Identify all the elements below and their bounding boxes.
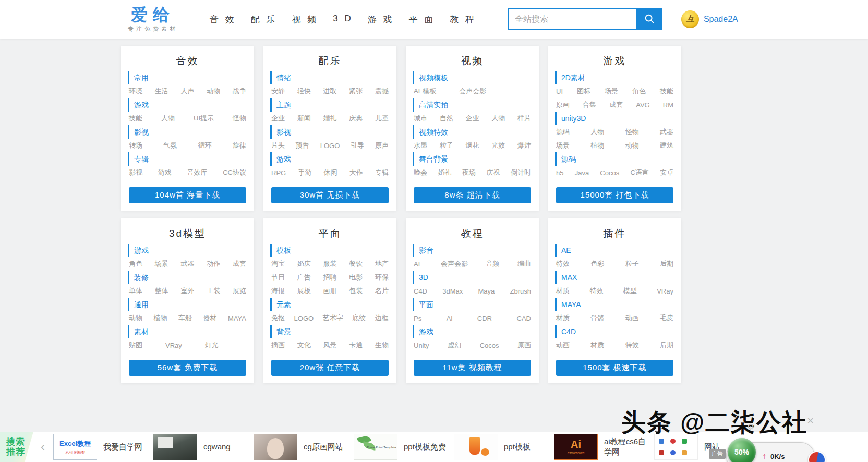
- category-link[interactable]: 引导: [351, 141, 364, 150]
- ad-item[interactable]: ppt模板: [454, 434, 554, 460]
- chevron-left-icon[interactable]: ‹: [41, 440, 45, 454]
- category-link[interactable]: AE: [414, 260, 423, 268]
- category-link[interactable]: 灯光: [205, 341, 219, 350]
- category-link[interactable]: 震撼: [375, 87, 389, 96]
- category-link[interactable]: 整体: [155, 286, 168, 296]
- category-link[interactable]: UI: [556, 88, 563, 95]
- category-link[interactable]: 毛皮: [660, 313, 673, 323]
- category-link[interactable]: 材质: [590, 341, 604, 350]
- category-link[interactable]: 艺术字: [323, 313, 343, 323]
- category-link[interactable]: 音频: [486, 259, 499, 269]
- category-link[interactable]: 环境: [129, 87, 142, 96]
- category-link[interactable]: 循环: [198, 141, 212, 150]
- card-title[interactable]: 教程: [414, 226, 531, 244]
- category-link[interactable]: 安静: [271, 87, 285, 96]
- category-link[interactable]: 电影: [349, 273, 363, 282]
- section-label[interactable]: 视频模板: [413, 71, 531, 84]
- category-link[interactable]: 音效库: [187, 168, 207, 177]
- category-link[interactable]: 人物: [590, 127, 604, 137]
- section-label[interactable]: 影视: [270, 125, 389, 139]
- card-title[interactable]: 视频: [414, 53, 531, 71]
- category-link[interactable]: 武器: [181, 259, 195, 269]
- nav-item-3[interactable]: 视 频: [284, 8, 326, 31]
- category-link[interactable]: 预告: [296, 141, 309, 150]
- download-button[interactable]: 8w条 超清下载: [414, 187, 531, 203]
- category-link[interactable]: 3dMax: [442, 287, 463, 295]
- nav-item-7[interactable]: 教 程: [442, 8, 484, 31]
- section-label[interactable]: MAX: [555, 271, 673, 284]
- section-label[interactable]: 通用: [128, 298, 246, 311]
- section-label[interactable]: C4D: [555, 325, 673, 338]
- category-link[interactable]: 技能: [660, 87, 673, 96]
- section-label[interactable]: 专辑: [128, 152, 246, 166]
- category-link[interactable]: 怪物: [233, 114, 246, 123]
- category-link[interactable]: 人声: [181, 87, 195, 96]
- category-link[interactable]: 婚庆: [297, 259, 311, 269]
- category-link[interactable]: 倒计时: [511, 168, 531, 177]
- category-link[interactable]: 合集: [583, 100, 596, 110]
- category-link[interactable]: 原声: [375, 141, 389, 150]
- category-link[interactable]: 婚礼: [323, 114, 337, 123]
- section-label[interactable]: 游戏: [128, 244, 246, 257]
- category-link[interactable]: 休闲: [324, 168, 337, 177]
- section-label[interactable]: 视频特效: [413, 125, 531, 139]
- category-link[interactable]: 原画: [517, 341, 531, 350]
- search-input[interactable]: [508, 8, 636, 30]
- section-label[interactable]: 元素: [270, 298, 389, 311]
- category-link[interactable]: 武器: [660, 127, 673, 137]
- ad-item[interactable]: cgwang: [153, 434, 254, 460]
- category-link[interactable]: 环保: [375, 273, 389, 282]
- download-button[interactable]: 104w首 海量下载: [129, 187, 246, 203]
- category-link[interactable]: 免抠: [271, 313, 285, 323]
- category-link[interactable]: MAYA: [228, 314, 246, 322]
- category-link[interactable]: 边框: [375, 313, 389, 323]
- section-label[interactable]: 游戏: [413, 325, 531, 338]
- section-label[interactable]: 模板: [270, 244, 389, 257]
- category-link[interactable]: 企业: [271, 114, 285, 123]
- category-link[interactable]: 粒子: [440, 141, 453, 150]
- category-link[interactable]: Zbrush: [510, 287, 531, 295]
- category-link[interactable]: 影视: [129, 168, 142, 177]
- category-link[interactable]: 工装: [207, 286, 220, 296]
- category-link[interactable]: 儿童: [375, 114, 389, 123]
- category-link[interactable]: 植物: [154, 313, 167, 323]
- category-link[interactable]: UI提示: [194, 114, 214, 123]
- category-link[interactable]: 展览: [233, 286, 246, 296]
- download-button[interactable]: 56w套 免费下载: [129, 360, 246, 376]
- category-link[interactable]: 底纹: [352, 313, 366, 323]
- category-link[interactable]: LOGO: [320, 142, 340, 150]
- category-link[interactable]: 特效: [625, 341, 639, 350]
- category-link[interactable]: 生活: [155, 87, 168, 96]
- category-link[interactable]: Java: [575, 169, 589, 177]
- category-link[interactable]: 招聘: [323, 273, 337, 282]
- section-label[interactable]: 3D: [413, 271, 531, 284]
- category-link[interactable]: 游戏: [158, 168, 172, 177]
- download-button[interactable]: 15000套 打包下载: [556, 187, 673, 203]
- category-link[interactable]: VRay: [657, 287, 673, 295]
- category-link[interactable]: 紧张: [349, 87, 363, 96]
- category-link[interactable]: 成套: [233, 259, 246, 269]
- category-link[interactable]: 建筑: [660, 141, 673, 150]
- category-link[interactable]: 气氛: [163, 141, 177, 150]
- category-link[interactable]: 虚幻: [448, 341, 461, 350]
- category-link[interactable]: 烟花: [466, 141, 479, 150]
- gear-icon[interactable]: ⚙: [747, 422, 754, 432]
- category-link[interactable]: Cocos: [600, 169, 619, 177]
- card-title[interactable]: 配乐: [271, 53, 389, 71]
- category-link[interactable]: 展板: [297, 286, 311, 296]
- speed-ball[interactable]: 50%: [728, 438, 756, 462]
- category-link[interactable]: 广告: [297, 273, 311, 282]
- category-link[interactable]: 地产: [375, 259, 389, 269]
- section-label[interactable]: 源码: [555, 152, 673, 166]
- category-link[interactable]: 植物: [590, 141, 604, 150]
- nav-item-5[interactable]: 游 戏: [360, 8, 402, 31]
- category-link[interactable]: 画册: [323, 286, 337, 296]
- category-link[interactable]: 庆祝: [487, 168, 500, 177]
- category-link[interactable]: 轻快: [297, 87, 311, 96]
- section-label[interactable]: 主题: [270, 98, 389, 112]
- category-link[interactable]: 餐饮: [349, 259, 363, 269]
- category-link[interactable]: 进取: [323, 87, 337, 96]
- category-link[interactable]: Ps: [414, 314, 421, 322]
- section-label[interactable]: 素材: [128, 325, 246, 338]
- category-link[interactable]: 色彩: [590, 259, 604, 269]
